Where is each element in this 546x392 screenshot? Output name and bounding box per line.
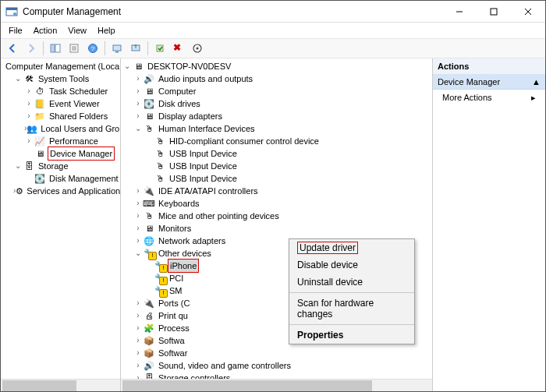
expand-icon[interactable]: › bbox=[133, 309, 143, 322]
storage-node[interactable]: ⌄🗄Storage bbox=[13, 160, 120, 172]
menu-view[interactable]: View bbox=[63, 24, 91, 37]
disk-mgmt-node[interactable]: 💽Disk Management bbox=[24, 172, 120, 185]
collapse-icon[interactable]: ⌄ bbox=[13, 72, 23, 85]
performance-node[interactable]: ›📈Performance bbox=[24, 135, 120, 147]
hid-label: Human Interface Devices bbox=[157, 122, 257, 135]
back-button[interactable] bbox=[4, 40, 21, 57]
pc-icon: 🖥 bbox=[132, 61, 144, 72]
expand-icon[interactable]: › bbox=[133, 85, 143, 97]
expand-icon[interactable]: › bbox=[133, 222, 143, 235]
center-scrollbar[interactable] bbox=[121, 379, 432, 391]
collapse-icon[interactable]: ⌄ bbox=[13, 160, 23, 172]
users-icon: 👥 bbox=[27, 123, 37, 134]
hid-item-4[interactable]: 🖱USB Input Device bbox=[144, 172, 432, 185]
computer-node[interactable]: ›🖥Computer bbox=[133, 85, 432, 97]
expand-icon[interactable]: › bbox=[24, 97, 34, 110]
event-viewer-node[interactable]: ›📒Event Viewer bbox=[24, 97, 120, 110]
hid-node[interactable]: ⌄🖱Human Interface Devices bbox=[133, 122, 432, 135]
ctx-update-driver[interactable]: Update driver bbox=[289, 239, 414, 256]
expand-icon[interactable]: › bbox=[133, 97, 143, 110]
expand-icon[interactable]: › bbox=[24, 135, 34, 147]
show-hide-console-button[interactable] bbox=[47, 40, 64, 57]
unknown-device-icon: 🔧 bbox=[154, 260, 166, 271]
audio-icon: 🔊 bbox=[143, 73, 155, 84]
properties-button[interactable] bbox=[66, 40, 83, 57]
ports-icon: 🔌 bbox=[143, 298, 155, 309]
forward-button[interactable] bbox=[23, 40, 40, 57]
services-apps-node[interactable]: ›⚙Services and Applications bbox=[13, 185, 120, 197]
audio-node[interactable]: ›🔊Audio inputs and outputs bbox=[133, 72, 432, 85]
menu-file[interactable]: File bbox=[4, 24, 27, 37]
computer-icon-button[interactable] bbox=[108, 40, 126, 57]
hid-item-2[interactable]: 🖱USB Input Device bbox=[144, 147, 432, 160]
shared-folders-node[interactable]: ›📁Shared Folders bbox=[24, 110, 120, 122]
display-node[interactable]: ›🖥Display adapters bbox=[133, 110, 432, 122]
mmc-tree: Computer Management (Local ⌄🛠System Tool… bbox=[1, 58, 120, 199]
mice-node[interactable]: ›🖱Mice and other pointing devices bbox=[133, 210, 432, 222]
disk-label: Disk drives bbox=[157, 97, 202, 110]
expand-icon[interactable]: › bbox=[133, 110, 143, 122]
collapse-icon[interactable]: ⌄ bbox=[133, 247, 143, 260]
minimize-button[interactable] bbox=[442, 1, 477, 23]
collapse-icon[interactable]: ⌄ bbox=[133, 122, 143, 135]
menu-action[interactable]: Action bbox=[29, 24, 62, 37]
root-label: Computer Management (Local bbox=[4, 60, 121, 72]
expand-icon[interactable]: › bbox=[24, 110, 34, 122]
expand-icon[interactable]: › bbox=[133, 210, 143, 222]
other-devices-label: Other devices bbox=[157, 247, 213, 260]
expand-icon[interactable]: › bbox=[133, 72, 143, 85]
close-button[interactable] bbox=[511, 1, 545, 23]
left-scrollbar[interactable] bbox=[1, 379, 120, 391]
monitors-label: Monitors bbox=[157, 222, 193, 235]
software-node-2[interactable]: ›📦Softwar bbox=[133, 347, 432, 359]
expand-icon[interactable]: › bbox=[133, 235, 143, 247]
more-actions-item[interactable]: More Actions ▸ bbox=[433, 90, 545, 106]
ctx-scan-hardware[interactable]: Scan for hardware changes bbox=[289, 295, 414, 323]
monitors-node[interactable]: ›🖥Monitors bbox=[133, 222, 432, 235]
ctx-properties[interactable]: Properties bbox=[289, 327, 414, 344]
disk-icon: 💽 bbox=[34, 173, 46, 184]
svg-rect-1 bbox=[6, 8, 17, 10]
uninstall-device-button[interactable]: ✖ bbox=[170, 40, 187, 57]
sound-node[interactable]: ›🔊Sound, video and game controllers bbox=[133, 359, 432, 372]
disk-node[interactable]: ›💽Disk drives bbox=[133, 97, 432, 110]
toolbar-sep3 bbox=[147, 41, 148, 55]
ide-node[interactable]: ›🔌IDE ATA/ATAPI controllers bbox=[133, 185, 432, 197]
software-icon: 📦 bbox=[143, 348, 155, 358]
expand-icon[interactable]: › bbox=[133, 334, 143, 347]
ctx-uninstall-device[interactable]: Uninstall device bbox=[289, 274, 414, 291]
center-pane[interactable]: ⌄🖥DESKTOP-NV0DESV ›🔊Audio inputs and out… bbox=[121, 58, 433, 391]
expand-icon[interactable]: › bbox=[133, 347, 143, 359]
event-icon: 📒 bbox=[34, 98, 46, 109]
scan-hardware-button[interactable] bbox=[189, 40, 206, 57]
enable-device-button[interactable] bbox=[151, 40, 168, 57]
menu-help[interactable]: Help bbox=[93, 24, 120, 37]
expand-icon[interactable]: › bbox=[133, 185, 143, 197]
expand-icon[interactable]: › bbox=[133, 297, 143, 309]
hid-icon: 🖱 bbox=[154, 136, 166, 147]
task-scheduler-node[interactable]: ›⏱Task Scheduler bbox=[24, 85, 120, 97]
maximize-button[interactable] bbox=[477, 1, 511, 23]
expand-icon[interactable]: › bbox=[133, 322, 143, 334]
help-button[interactable]: ? bbox=[84, 40, 101, 57]
update-driver-button[interactable] bbox=[127, 40, 144, 57]
hid-item-3[interactable]: 🖱USB Input Device bbox=[144, 160, 432, 172]
app-icon bbox=[5, 5, 18, 18]
local-users-node[interactable]: ›👥Local Users and Groups bbox=[24, 122, 120, 135]
expand-icon[interactable]: › bbox=[24, 85, 34, 97]
devmgr-icon: 🖥 bbox=[34, 148, 46, 159]
keyboards-node[interactable]: ›⌨Keyboards bbox=[133, 197, 432, 210]
computer-root-node[interactable]: ⌄🖥DESKTOP-NV0DESV bbox=[122, 60, 432, 72]
root-node[interactable]: Computer Management (Local bbox=[2, 60, 120, 72]
collapse-icon[interactable]: ⌄ bbox=[122, 60, 132, 72]
system-tools-node[interactable]: ⌄🛠System Tools bbox=[13, 72, 120, 85]
expand-icon[interactable]: › bbox=[133, 197, 143, 210]
hid-item-1[interactable]: 🖱HID-compliant consumer control device bbox=[144, 135, 432, 147]
ctx-disable-device[interactable]: Disable device bbox=[289, 256, 414, 274]
device-manager-node[interactable]: 🖥Device Manager bbox=[24, 147, 120, 160]
svg-text:?: ? bbox=[91, 45, 95, 52]
cpu-icon: 🧩 bbox=[143, 323, 155, 334]
left-pane[interactable]: Computer Management (Local ⌄🛠System Tool… bbox=[1, 58, 121, 391]
expand-icon[interactable]: › bbox=[133, 359, 143, 372]
actions-subheader[interactable]: Device Manager ▲ bbox=[433, 75, 545, 90]
